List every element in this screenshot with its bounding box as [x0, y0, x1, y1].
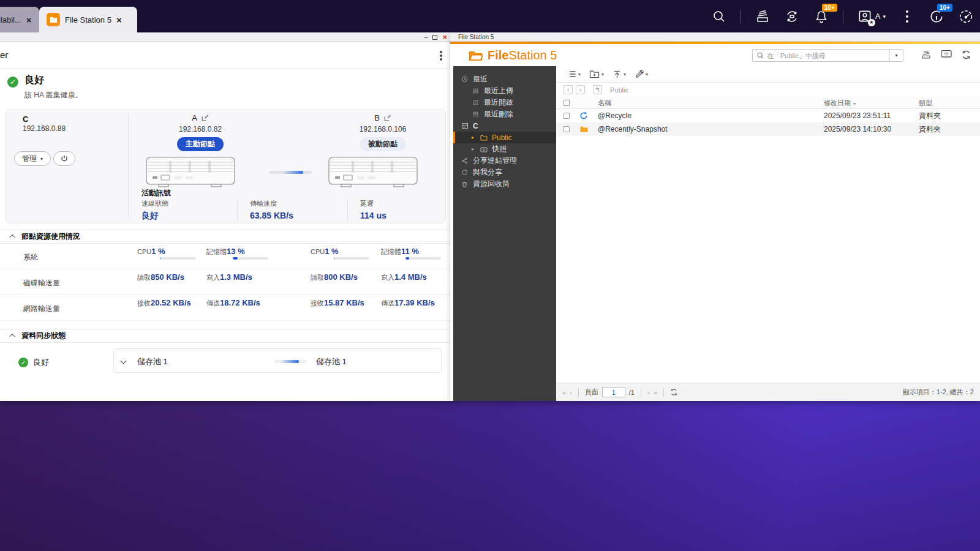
- resource-row-network: 網路輸送量 接收20.52 KB/s 傳送18.72 KB/s 接收15.87 …: [0, 295, 451, 321]
- close-icon[interactable]: ×: [116, 15, 122, 25]
- view-mode-button[interactable]: ▾: [564, 68, 584, 80]
- notifications-badge: 10+: [822, 4, 837, 12]
- kebab-menu-icon[interactable]: [440, 54, 442, 57]
- edit-icon[interactable]: [201, 114, 209, 122]
- more-options-icon[interactable]: [899, 9, 915, 24]
- close-icon[interactable]: ×: [26, 15, 32, 25]
- expand-caret-icon[interactable]: ▸: [472, 135, 475, 140]
- expand-caret-icon[interactable]: ▸: [472, 146, 475, 152]
- sidebar-item-shared-with-me[interactable]: 與我分享: [453, 167, 556, 178]
- tools-button[interactable]: ▾: [631, 68, 651, 81]
- next-page-icon[interactable]: ›: [647, 389, 650, 396]
- background-task-icon[interactable]: [921, 49, 932, 60]
- sidebar-item-recycle-bin[interactable]: 資源回收筒: [453, 178, 556, 190]
- maximize-icon[interactable]: [432, 35, 437, 40]
- column-header-name[interactable]: 名稱: [598, 98, 611, 107]
- sync-devices-icon[interactable]: [784, 9, 800, 24]
- notifications-icon[interactable]: 10+: [813, 9, 829, 24]
- chevron-down-icon: ▾: [601, 72, 604, 77]
- desktop: ilabil... × File Station 5 ×: [0, 0, 980, 551]
- chevron-down-icon[interactable]: [121, 358, 127, 364]
- search-box: ▾: [752, 49, 903, 62]
- manage-button[interactable]: 管理▾: [14, 151, 51, 166]
- folder-icon: [480, 135, 488, 141]
- chevron-down-icon: ▾: [578, 72, 581, 77]
- remote-display-icon[interactable]: [940, 50, 952, 59]
- row-checkbox[interactable]: [564, 126, 570, 132]
- back-button[interactable]: ‹: [564, 85, 573, 94]
- sidebar-item-public[interactable]: ▸ Public: [453, 132, 556, 143]
- forward-button[interactable]: ›: [576, 85, 585, 94]
- page-input[interactable]: [602, 387, 625, 397]
- search-icon[interactable]: [711, 9, 727, 24]
- resource-row-disk: 磁碟輸送量 讀取850 KB/s 寫入1.3 MB/s 讀取800 KB/s 寫…: [0, 269, 451, 295]
- up-button[interactable]: ↰: [593, 85, 602, 94]
- sync-section-header[interactable]: 資料同步狀態: [0, 329, 451, 343]
- heartbeat-title: 活動訊號: [141, 188, 171, 198]
- sync-pool-box: 儲存池 1 儲存池 1: [113, 348, 442, 373]
- recycle-folder-icon: [579, 111, 588, 120]
- share-link-icon: [461, 157, 469, 164]
- column-header-type[interactable]: 類型: [919, 98, 932, 107]
- breadcrumb[interactable]: Public: [610, 86, 628, 94]
- minimize-icon[interactable]: –: [424, 33, 428, 41]
- sync-source: 儲存池 1: [137, 356, 168, 367]
- collapse-icon[interactable]: [9, 334, 15, 340]
- user-icon: ★: [857, 9, 873, 24]
- sidebar-item-recent[interactable]: 最近: [453, 73, 556, 85]
- node-name: A: [192, 113, 197, 122]
- divider: [843, 10, 843, 23]
- refresh-icon[interactable]: [670, 388, 678, 396]
- sidebar-item-recent-deleted[interactable]: 最近刪除: [453, 108, 556, 120]
- folder-icon: [47, 13, 60, 26]
- metric-latency: 延遲 114 us: [347, 199, 399, 222]
- search-options-dropdown[interactable]: ▾: [889, 50, 903, 61]
- sidebar-item-recent-uploaded[interactable]: 最近上傳: [453, 85, 556, 97]
- table-header: 名稱 修改日期▾ 類型: [556, 97, 980, 109]
- metric-connection: 連線狀態 良好: [141, 199, 237, 222]
- tab-availability[interactable]: ilabil... ×: [0, 7, 39, 32]
- file-type: 資料夾: [919, 124, 941, 135]
- background-task-icon[interactable]: [755, 9, 771, 24]
- prev-page-icon[interactable]: ‹: [570, 389, 572, 396]
- last-page-icon[interactable]: »: [654, 389, 657, 396]
- filestation-window: File Station 5 FileStation 5 ▾: [450, 32, 980, 401]
- page-label: 頁面: [585, 388, 598, 397]
- row-checkbox[interactable]: [564, 113, 570, 119]
- refresh-icon[interactable]: [961, 50, 971, 60]
- edit-icon[interactable]: [383, 114, 391, 122]
- dashboard-gauge-icon[interactable]: [958, 9, 974, 24]
- fs-titlebar[interactable]: File Station 5: [450, 32, 980, 42]
- collapse-icon[interactable]: [9, 234, 15, 241]
- nas-device-image: [328, 156, 438, 188]
- user-menu[interactable]: ★ A ▾: [857, 9, 886, 24]
- search-input[interactable]: [764, 52, 889, 59]
- sidebar-item-recent-opened[interactable]: 最近開啟: [453, 97, 556, 108]
- file-row-recently-snapshot[interactable]: @Recently-Snapshot 2025/09/23 14:10:30 資…: [556, 122, 980, 136]
- sidebar-item-nas-c[interactable]: C: [453, 120, 556, 132]
- resources-section-header[interactable]: 節點資源使用情況: [0, 230, 451, 244]
- check-icon: ✓: [18, 358, 28, 367]
- first-page-icon[interactable]: «: [562, 389, 566, 396]
- ha-titlebar[interactable]: – ×: [0, 32, 451, 42]
- file-row-recycle[interactable]: @Recycle 2025/09/23 23:51:11 資料夾: [556, 109, 980, 122]
- sidebar-item-share-links[interactable]: 分享連結管理: [453, 155, 556, 167]
- shared-with-me-icon: [461, 169, 469, 176]
- power-button[interactable]: [53, 151, 75, 166]
- node-a: A 192.168.0.82 主動節點: [145, 113, 255, 188]
- list-page-icon: [472, 100, 480, 105]
- new-folder-button[interactable]: ▾: [586, 68, 607, 80]
- close-icon[interactable]: ×: [442, 33, 447, 41]
- file-date: 2025/09/23 23:51:11: [824, 111, 891, 120]
- items-info: 顯示項目：1-2, 總共：2: [903, 388, 974, 397]
- tab-file-station[interactable]: File Station 5 ×: [39, 7, 137, 32]
- cluster-ip: 192.168.0.88: [23, 124, 66, 133]
- select-all-checkbox[interactable]: [564, 100, 570, 106]
- file-date: 2025/09/23 14:10:30: [824, 125, 891, 133]
- fs-sidebar: 最近 最近上傳 最近開啟 最近刪除: [453, 66, 556, 401]
- column-header-date[interactable]: 修改日期▾: [824, 98, 856, 107]
- sidebar-item-snapshot[interactable]: ▸ 快照: [453, 143, 556, 155]
- upload-button[interactable]: ▾: [609, 68, 629, 81]
- fs-toolbar: ▾ ▾ ▾ ▾: [556, 66, 980, 83]
- system-info-icon[interactable]: 10+: [929, 9, 944, 24]
